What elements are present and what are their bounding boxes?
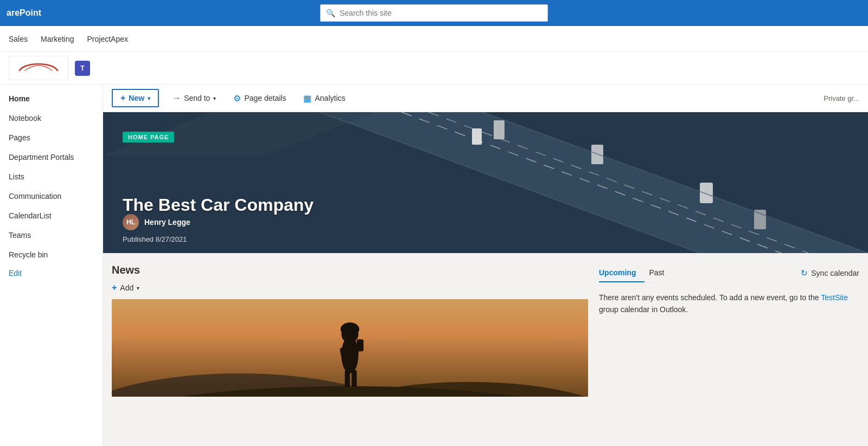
- private-label: Private gr...: [824, 94, 859, 102]
- main-layout: Home Notebook Pages Department Portals L…: [0, 85, 868, 446]
- sidebar-item-department-portals[interactable]: Department Portals: [0, 147, 103, 167]
- search-icon: 🔍: [326, 9, 335, 17]
- suite-nav-marketing[interactable]: Marketing: [41, 33, 74, 46]
- sidebar-item-calendarlist[interactable]: CalendarList: [0, 206, 103, 225]
- add-label: Add: [120, 283, 133, 292]
- plus-icon-news: +: [112, 283, 117, 293]
- search-bar[interactable]: 🔍: [320, 4, 548, 22]
- send-to-label: Send to: [184, 94, 210, 102]
- hero-author: HL Henry Legge: [123, 214, 190, 230]
- suite-nav-sales[interactable]: Sales: [9, 33, 28, 46]
- content-area: + New ▾ → Send to ▾ ⚙ Page details ▦ Ana…: [103, 85, 868, 446]
- app-logo: arePoint: [7, 8, 41, 18]
- events-empty-text-part2: group calendar in Outlook.: [599, 305, 688, 314]
- sidebar-item-communication[interactable]: Communication: [0, 186, 103, 206]
- hero-banner: HOME PAGE The Best Car Company HL Henry …: [103, 112, 868, 253]
- tab-upcoming[interactable]: Upcoming: [599, 264, 644, 282]
- events-tabs: Upcoming Past ↻ Sync calendar: [599, 264, 859, 283]
- tab-past[interactable]: Past: [649, 264, 673, 282]
- top-bar: arePoint 🔍: [0, 0, 868, 26]
- sidebar-item-home[interactable]: Home: [0, 89, 103, 108]
- car-logo-svg: [14, 59, 63, 77]
- events-empty-text-part1: There aren't any events scheduled. To ad…: [599, 293, 821, 302]
- sync-label: Sync calendar: [811, 269, 859, 277]
- site-logo: [9, 56, 68, 80]
- sidebar: Home Notebook Pages Department Portals L…: [0, 85, 103, 446]
- add-chevron-icon: ▾: [137, 285, 139, 291]
- plus-icon: +: [120, 93, 125, 103]
- suite-nav-projectapex[interactable]: ProjectApex: [87, 33, 128, 46]
- toolbar: + New ▾ → Send to ▾ ⚙ Page details ▦ Ana…: [103, 85, 868, 112]
- suite-nav: Sales Marketing ProjectApex: [0, 26, 868, 52]
- news-add-btn[interactable]: + Add ▾: [112, 283, 588, 293]
- page-details-label: Page details: [244, 94, 286, 102]
- analytics-icon: ▦: [303, 93, 311, 104]
- analytics-action[interactable]: ▦ Analytics: [299, 91, 349, 106]
- teams-icon: T: [75, 61, 90, 76]
- news-image-svg: [112, 299, 588, 397]
- svg-rect-7: [494, 120, 505, 139]
- news-col: News + Add ▾: [112, 264, 588, 397]
- search-input[interactable]: [340, 9, 542, 17]
- hero-road-overlay: [103, 112, 868, 253]
- svg-rect-22: [352, 370, 356, 387]
- author-name: Henry Legge: [144, 218, 190, 227]
- page-details-action[interactable]: ⚙ Page details: [229, 91, 290, 106]
- new-button[interactable]: + New ▾: [112, 89, 159, 107]
- hero-title: The Best Car Company: [123, 195, 314, 215]
- settings-icon: ⚙: [233, 93, 241, 104]
- new-label: New: [129, 94, 144, 102]
- send-icon: →: [172, 93, 181, 103]
- below-hero: News + Add ▾: [103, 253, 868, 408]
- svg-rect-10: [754, 210, 766, 229]
- sidebar-item-pages[interactable]: Pages: [0, 128, 103, 147]
- logo-area: T: [0, 52, 868, 85]
- news-image: [112, 299, 588, 397]
- sidebar-item-notebook[interactable]: Notebook: [0, 108, 103, 128]
- avatar: HL: [123, 214, 139, 230]
- hero-badge: HOME PAGE: [123, 132, 174, 143]
- testsite-link[interactable]: TestSite: [821, 293, 848, 302]
- sidebar-item-lists[interactable]: Lists: [0, 167, 103, 186]
- events-col: Upcoming Past ↻ Sync calendar There aren…: [599, 264, 859, 397]
- sidebar-item-teams[interactable]: Teams: [0, 225, 103, 245]
- svg-rect-6: [472, 128, 482, 145]
- svg-rect-21: [345, 370, 350, 387]
- sync-icon: ↻: [801, 268, 808, 278]
- news-section-title: News: [112, 264, 588, 276]
- analytics-label: Analytics: [315, 94, 345, 102]
- hero-published: Published 8/27/2021: [123, 235, 187, 243]
- sync-calendar-btn[interactable]: ↻ Sync calendar: [801, 268, 859, 278]
- send-chevron-icon: ▾: [213, 95, 216, 101]
- chevron-down-icon: ▾: [148, 95, 150, 101]
- send-to-action[interactable]: → Send to ▾: [168, 91, 220, 105]
- sidebar-item-recycle-bin[interactable]: Recycle bin: [0, 245, 103, 264]
- events-empty-text: There aren't any events scheduled. To ad…: [599, 292, 859, 316]
- svg-point-19: [341, 322, 359, 336]
- edit-link[interactable]: Edit: [0, 264, 103, 282]
- road-lines-svg: [103, 112, 868, 253]
- svg-rect-9: [700, 183, 713, 203]
